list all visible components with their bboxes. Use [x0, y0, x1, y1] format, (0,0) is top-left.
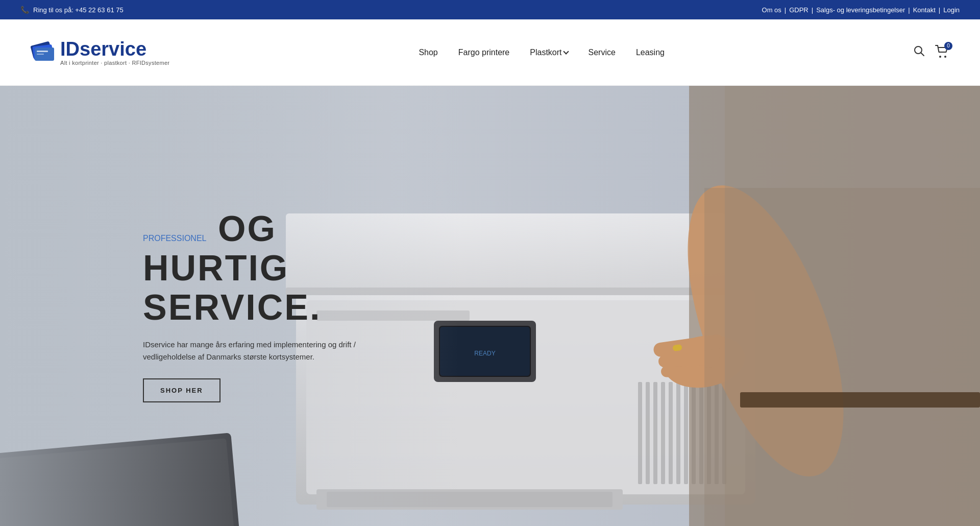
svg-rect-19: [684, 382, 688, 484]
hero-subtitle: IDservice har mange års erfaring med imp…: [143, 339, 357, 363]
hero-content: PROFESSIONEL OG HURTIG SERVICE. IDservic…: [0, 209, 398, 402]
main-nav: Shop Fargo printere Plastkort Service Le…: [419, 48, 665, 57]
logo-text: IDservice: [60, 39, 146, 59]
kontakt-link[interactable]: Kontakt: [913, 6, 936, 14]
svg-point-8: [944, 56, 946, 58]
separator-3: |: [908, 6, 910, 14]
gdpr-link[interactable]: GDPR: [789, 6, 808, 14]
logo-area: IDservice Alt i kortprinter · plastkort …: [60, 39, 169, 66]
logo-service-text: service: [80, 39, 146, 59]
svg-line-6: [921, 53, 924, 56]
svg-rect-14: [646, 382, 650, 484]
svg-rect-18: [676, 382, 680, 484]
top-bar-links: Om os | GDPR | Salgs- og leveringsbeting…: [762, 6, 960, 14]
site-header: IDservice Alt i kortprinter · plastkort …: [0, 19, 980, 86]
shop-her-button[interactable]: SHOP HER: [143, 378, 220, 402]
hero-title-professionel: PROFESSIONEL: [143, 234, 206, 243]
salgs-link[interactable]: Salgs- og leveringsbetingelser: [816, 6, 905, 14]
svg-point-7: [939, 56, 941, 58]
login-link[interactable]: Login: [943, 6, 960, 14]
separator-2: |: [812, 6, 813, 14]
logo-wrapper[interactable]: IDservice Alt i kortprinter · plastkort …: [31, 38, 169, 66]
phone-icon: 📞: [20, 6, 29, 14]
hero-title: PROFESSIONEL OG HURTIG SERVICE.: [143, 209, 398, 327]
svg-rect-15: [653, 382, 657, 484]
svg-rect-4: [37, 54, 44, 55]
svg-rect-43: [704, 188, 980, 526]
hero-title-line1: PROFESSIONEL OG: [143, 209, 398, 249]
hero-title-og: OG: [206, 209, 276, 249]
top-bar-phone: 📞 Ring til os på: +45 22 63 61 75: [20, 6, 124, 14]
nav-shop[interactable]: Shop: [419, 48, 437, 57]
svg-rect-3: [37, 51, 48, 52]
logo-id: ID: [60, 39, 80, 59]
cart-button[interactable]: 0: [935, 45, 949, 60]
search-icon: [914, 45, 925, 57]
logo-tagline: Alt i kortprinter · plastkort · RFIDsyst…: [60, 60, 169, 66]
nav-plastkort[interactable]: Plastkort: [530, 48, 568, 57]
svg-rect-17: [669, 382, 673, 484]
svg-rect-16: [661, 382, 665, 484]
svg-text:READY: READY: [474, 350, 495, 357]
svg-rect-13: [638, 382, 642, 484]
logo-icon: [31, 38, 56, 66]
nav-leasing[interactable]: Leasing: [636, 48, 665, 57]
cart-badge: 0: [944, 42, 952, 50]
header-icons: 0: [914, 45, 949, 60]
nav-fargo[interactable]: Fargo printere: [458, 48, 510, 57]
top-bar: 📞 Ring til os på: +45 22 63 61 75 Om os …: [0, 0, 980, 19]
svg-rect-44: [740, 392, 980, 408]
hero-title-line2: HURTIG SERVICE.: [143, 249, 398, 327]
separator-4: |: [939, 6, 940, 14]
nav-service[interactable]: Service: [589, 48, 616, 57]
search-button[interactable]: [914, 45, 925, 60]
hero-section: READY: [0, 86, 980, 526]
phone-text: Ring til os på: +45 22 63 61 75: [33, 6, 124, 14]
om-os-link[interactable]: Om os: [762, 6, 781, 14]
plastkort-chevron-icon: [563, 49, 569, 54]
separator-1: |: [785, 6, 786, 14]
